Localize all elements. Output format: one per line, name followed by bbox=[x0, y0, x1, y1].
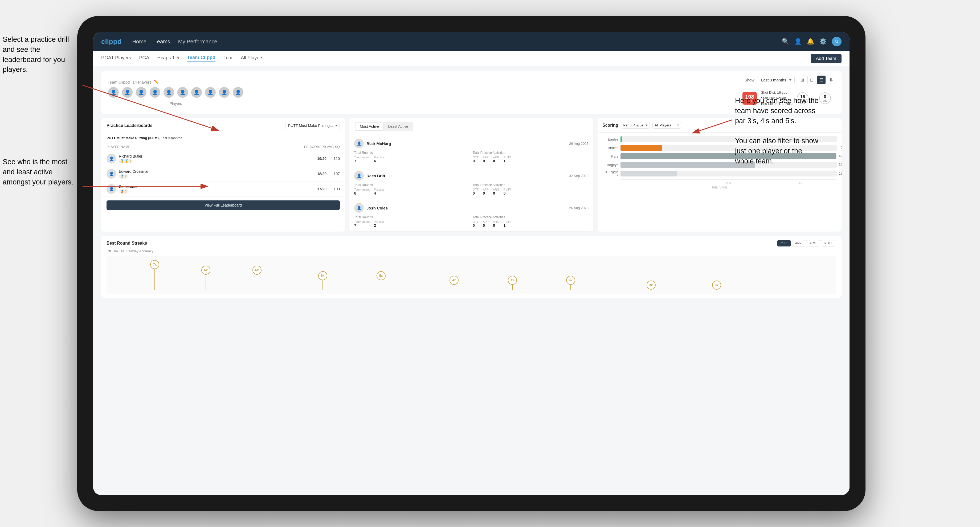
subnav-pga[interactable]: PGA bbox=[139, 55, 149, 62]
subnav-hcaps[interactable]: Hcaps 1-5 bbox=[157, 55, 179, 62]
activity-name-2: Rees Britt bbox=[366, 173, 566, 178]
activity-player-1: 👤 Blair McHarg 26 Aug 2023 Total Rounds … bbox=[349, 135, 593, 167]
bell-icon[interactable]: 🔔 bbox=[807, 38, 814, 45]
lb-badge-1: 🥇 🥇 1 bbox=[119, 159, 133, 163]
player-avatar-6: 👤 bbox=[177, 86, 189, 98]
view-full-leaderboard-button[interactable]: View Full Leaderboard bbox=[107, 200, 340, 210]
practice-act-row-1: OTT 0 APP 0 ARG 0 bbox=[473, 156, 589, 163]
bar-track-double: 131 bbox=[620, 171, 837, 176]
drill-select[interactable]: PUTT Must Make Putting... bbox=[285, 122, 340, 129]
streaks-filter-buttons: OTT APP ARG PUTT bbox=[777, 240, 836, 246]
total-rounds-label-1: Total Rounds bbox=[354, 151, 470, 155]
tab-most-active[interactable]: Most Active bbox=[355, 123, 383, 130]
activity-stats-3: Total Rounds Tournament 7 Practice 2 bbox=[354, 215, 589, 227]
scoring-xaxis: 0 200 400 bbox=[620, 179, 837, 184]
add-team-button[interactable]: Add Team bbox=[811, 54, 842, 63]
nav-logo: clippd bbox=[101, 38, 122, 46]
lb-avg-2: 107 bbox=[329, 171, 340, 176]
show-label: Show bbox=[744, 78, 754, 82]
streaks-btn-arg[interactable]: ARG bbox=[806, 240, 820, 246]
nav-link-home[interactable]: Home bbox=[132, 39, 146, 45]
annotation-top-left: Select a practice drill and see the lead… bbox=[3, 35, 77, 75]
bar-fill-eagles bbox=[620, 136, 622, 142]
view-list-btn[interactable]: ☰ bbox=[817, 76, 826, 84]
annotation-right: Here you can see how the team have score… bbox=[735, 96, 820, 167]
lb-avatar-2: 👤 bbox=[107, 169, 116, 179]
lb-player-info-2: Edward Crossman 🥈 2 bbox=[119, 169, 310, 179]
user-avatar[interactable]: U bbox=[832, 37, 842, 46]
activity-date-1: 26 Aug 2023 bbox=[569, 141, 589, 146]
activity-player-2: 👤 Rees Britt 02 Sep 2023 Total Rounds To… bbox=[349, 167, 593, 199]
streaks-btn-app[interactable]: APP bbox=[792, 240, 805, 246]
practice-leaderboards-card: Practice Leaderboards PUTT Must Make Put… bbox=[101, 118, 345, 232]
player-avatar-4: 👤 bbox=[149, 86, 161, 98]
nav-link-performance[interactable]: My Performance bbox=[178, 39, 217, 45]
practice-stat-1: Practice 6 bbox=[374, 156, 385, 163]
tab-least-active[interactable]: Least Active bbox=[384, 123, 413, 130]
bar-label-birdies: Birdies bbox=[602, 146, 618, 150]
ipad-frame: clippd Home Teams My Performance 🔍 👤 🔔 ⚙… bbox=[77, 16, 865, 511]
nav-links: Home Teams My Performance bbox=[132, 39, 782, 45]
activity-player-1-header: 👤 Blair McHarg 26 Aug 2023 bbox=[354, 139, 589, 148]
show-controls: Show Last 3 months Last month Last 6 mon… bbox=[744, 76, 835, 84]
activity-player-2-header: 👤 Rees Britt 02 Sep 2023 bbox=[354, 171, 589, 181]
streaks-btn-ott[interactable]: OTT bbox=[777, 240, 791, 246]
streaks-title: Best Round Streaks bbox=[107, 241, 147, 246]
player-avatar-1: 👤 bbox=[108, 86, 119, 98]
streak-dot-9: 3x bbox=[647, 281, 655, 290]
streak-dot-8: 4x bbox=[566, 276, 575, 290]
bar-label-bogeys: Bogeys bbox=[602, 163, 618, 167]
lb-avatar-3: 👤 bbox=[107, 184, 116, 194]
streak-line-5 bbox=[381, 280, 381, 290]
activity-card: Most Active Least Active 👤 Blair McHarg … bbox=[349, 118, 593, 232]
search-icon[interactable]: 🔍 bbox=[782, 38, 789, 45]
scoring-player-select[interactable]: All Players Blair McHarg Rees Britt Josh… bbox=[652, 122, 681, 129]
streaks-card: Best Round Streaks OTT APP ARG PUTT Off … bbox=[101, 236, 842, 298]
view-full-container: View Full Leaderboard bbox=[101, 200, 345, 216]
streak-circle-4: 5x bbox=[318, 271, 327, 280]
lb-player-name-2: Edward Crossman bbox=[119, 169, 310, 173]
person-icon[interactable]: 👤 bbox=[794, 38, 802, 45]
total-rounds-group-1: Total Rounds Tournament 7 Practice 6 bbox=[354, 151, 470, 163]
streak-line-2 bbox=[205, 275, 206, 290]
activity-avatar-2: 👤 bbox=[354, 171, 364, 181]
streak-circle-3: 6x bbox=[253, 266, 261, 275]
streak-line-4 bbox=[323, 280, 323, 290]
lb-row-2: 👤 Edward Crossman 🥈 2 18/20 107 bbox=[101, 167, 345, 181]
streak-circle-9: 3x bbox=[647, 281, 655, 290]
view-grid4-btn[interactable]: ⊞ bbox=[798, 76, 807, 84]
bar-fill-birdies bbox=[620, 145, 662, 151]
player-avatar-2: 👤 bbox=[121, 86, 133, 98]
streak-circle-1: 7x bbox=[150, 260, 159, 269]
player-avatar-7: 👤 bbox=[191, 86, 202, 98]
subnav-pgat[interactable]: PGAT Players bbox=[101, 55, 131, 62]
streak-dot-5: 5x bbox=[377, 271, 386, 290]
scoring-par-select[interactable]: Par 3, 4 & 5s Par 3s only Par 4s only Pa… bbox=[621, 122, 650, 129]
subnav-all-players[interactable]: All Players bbox=[241, 55, 263, 62]
streak-dot-1: 7x bbox=[150, 260, 159, 290]
subnav-tour[interactable]: Tour bbox=[223, 55, 233, 62]
gear-icon[interactable]: ⚙️ bbox=[819, 38, 827, 45]
streaks-btn-putt[interactable]: PUTT bbox=[821, 240, 836, 246]
edit-team-icon[interactable]: ✏️ bbox=[154, 79, 159, 84]
view-grid9-btn[interactable]: ⊟ bbox=[807, 76, 816, 84]
subnav-team-clippd[interactable]: Team Clippd bbox=[187, 55, 215, 62]
show-select[interactable]: Last 3 months Last month Last 6 months bbox=[757, 76, 795, 84]
team-info: Team Clippd 14 Players ✏️ 👤 👤 👤 👤 👤 👤 bbox=[108, 79, 244, 106]
streak-dot-3: 6x bbox=[253, 266, 261, 290]
view-filter-btn[interactable]: ⇅ bbox=[827, 76, 835, 84]
streak-circle-7: 4x bbox=[508, 276, 517, 285]
streak-dot-4: 5x bbox=[318, 271, 327, 290]
bar-label-eagles: Eagles bbox=[602, 137, 618, 141]
streaks-dots-container: 7x 6x 6x 5x bbox=[107, 256, 836, 294]
bar-label-pars: Pars bbox=[602, 154, 618, 158]
streak-circle-6: 4x bbox=[450, 276, 458, 285]
streak-dot-2: 6x bbox=[201, 266, 210, 290]
bar-label-double: D. Bogeys + bbox=[602, 170, 618, 177]
activity-header: Most Active Least Active bbox=[349, 118, 593, 135]
nav-link-teams[interactable]: Teams bbox=[154, 39, 170, 45]
streak-line-6 bbox=[454, 285, 454, 290]
total-rounds-row-1: Tournament 7 Practice 6 bbox=[354, 156, 470, 163]
leaderboard-header: Practice Leaderboards PUTT Must Make Put… bbox=[101, 118, 345, 133]
bar-value-pars: 499 bbox=[839, 154, 842, 158]
